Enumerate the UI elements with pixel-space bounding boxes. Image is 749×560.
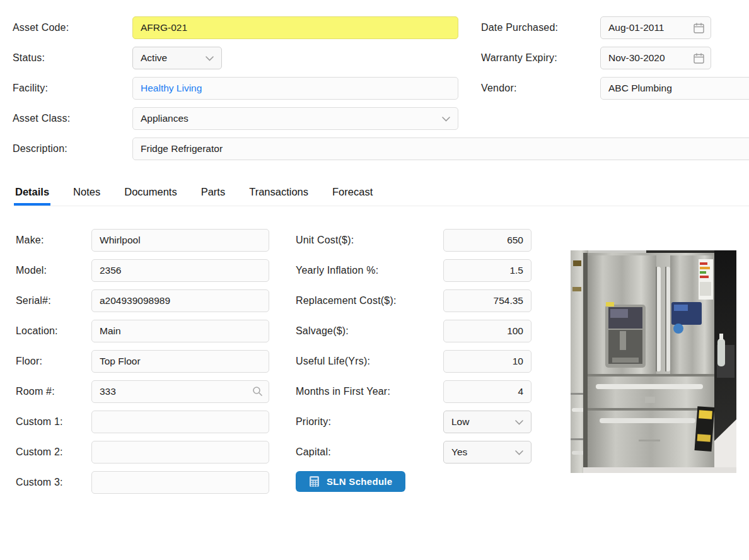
date-purchased-label: Date Purchased: [481, 22, 600, 33]
header-form-right: Date Purchased: Aug-01-2011 Warranty Exp… [481, 16, 749, 107]
room-label: Room #: [16, 386, 91, 397]
facility-link[interactable]: Healthy Living [141, 83, 202, 94]
make-row: Make: [16, 229, 269, 252]
warranty-expiry-row: Warranty Expiry: Nov-30-2020 [481, 47, 749, 69]
date-purchased-field[interactable]: Aug-01-2011 [600, 16, 711, 39]
status-label: Status: [13, 52, 132, 64]
custom3-input[interactable] [91, 471, 269, 494]
tab-forecast[interactable]: Forecast [331, 180, 374, 206]
location-input[interactable] [91, 320, 269, 342]
description-row: Description: [13, 137, 749, 160]
salvage-input[interactable] [443, 320, 531, 342]
details-left-column: Make: Model: Serial#: Location: Floor: R… [16, 229, 269, 501]
yearly-inflation-row: Yearly Inflation %: [296, 259, 531, 282]
room-input-wrap [91, 380, 269, 403]
tab-documents[interactable]: Documents [123, 180, 178, 206]
make-label: Make: [16, 235, 91, 246]
priority-select-value: Low [451, 416, 469, 428]
search-icon[interactable] [252, 386, 263, 397]
replacement-cost-input[interactable] [443, 289, 531, 312]
tab-notes[interactable]: Notes [72, 180, 102, 206]
chevron-down-icon [206, 56, 214, 61]
tab-parts[interactable]: Parts [200, 180, 227, 206]
warranty-expiry-field[interactable]: Nov-30-2020 [600, 47, 711, 69]
model-input[interactable] [91, 259, 269, 282]
asset-class-label: Asset Class: [13, 113, 132, 124]
room-input[interactable] [91, 380, 269, 403]
capital-select[interactable]: Yes [443, 441, 531, 464]
capital-label: Capital: [296, 446, 443, 458]
replacement-cost-row: Replacement Cost($): [296, 289, 531, 312]
date-purchased-row: Date Purchased: Aug-01-2011 [481, 16, 749, 39]
location-row: Location: [16, 320, 269, 342]
months-first-year-label: Months in First Year: [296, 386, 443, 397]
asset-code-input[interactable] [132, 16, 458, 39]
replacement-cost-label: Replacement Cost($): [296, 295, 443, 306]
location-label: Location: [16, 325, 91, 337]
description-label: Description: [13, 143, 132, 155]
status-select[interactable]: Active [132, 47, 222, 69]
months-first-year-row: Months in First Year: [296, 380, 531, 403]
sln-schedule-button-label: SLN Schedule [327, 476, 392, 487]
serial-input[interactable] [91, 289, 269, 312]
months-first-year-input[interactable] [443, 380, 531, 403]
chevron-down-icon [442, 117, 450, 122]
chevron-down-icon [515, 450, 523, 455]
tab-transactions[interactable]: Transactions [248, 180, 310, 206]
useful-life-input[interactable] [443, 350, 531, 373]
unit-cost-input[interactable] [443, 229, 531, 252]
status-select-value: Active [141, 52, 167, 64]
chevron-down-icon [515, 420, 523, 425]
warranty-expiry-value: Nov-30-2020 [608, 52, 665, 64]
yearly-inflation-label: Yearly Inflation %: [296, 265, 443, 276]
warranty-expiry-label: Warranty Expiry: [481, 52, 600, 64]
custom2-row: Custom 2: [16, 441, 269, 464]
custom1-row: Custom 1: [16, 411, 269, 433]
unit-cost-row: Unit Cost($): [296, 229, 531, 252]
capital-row: Capital: Yes [296, 441, 531, 464]
priority-select[interactable]: Low [443, 411, 531, 433]
asset-code-label: Asset Code: [13, 22, 132, 33]
details-middle-column: Unit Cost($): Yearly Inflation %: Replac… [296, 229, 531, 499]
custom2-label: Custom 2: [16, 446, 91, 458]
tab-details[interactable]: Details [14, 180, 50, 206]
model-label: Model: [16, 265, 91, 276]
yearly-inflation-input[interactable] [443, 259, 531, 282]
model-row: Model: [16, 259, 269, 282]
asset-class-select-value: Appliances [141, 113, 189, 124]
facility-field: Healthy Living [132, 77, 458, 100]
calculator-icon [309, 476, 320, 487]
calendar-icon[interactable] [693, 52, 705, 64]
priority-row: Priority: Low [296, 411, 531, 433]
custom1-label: Custom 1: [16, 416, 91, 428]
serial-row: Serial#: [16, 289, 269, 312]
asset-photo [571, 250, 736, 473]
unit-cost-label: Unit Cost($): [296, 235, 443, 246]
make-input[interactable] [91, 229, 269, 252]
floor-row: Floor: [16, 350, 269, 373]
sln-button-row: SLN Schedule [296, 471, 531, 492]
serial-label: Serial#: [16, 295, 91, 306]
asset-class-row: Asset Class: Appliances [13, 107, 749, 130]
custom1-input[interactable] [91, 411, 269, 433]
sln-schedule-button[interactable]: SLN Schedule [296, 471, 405, 492]
asset-class-select[interactable]: Appliances [132, 107, 458, 130]
description-input[interactable] [132, 137, 749, 160]
useful-life-label: Useful Life(Yrs): [296, 356, 443, 367]
floor-label: Floor: [16, 356, 91, 367]
facility-label: Facility: [13, 83, 132, 94]
vendor-row: Vendor: [481, 77, 749, 100]
floor-input[interactable] [91, 350, 269, 373]
room-row: Room #: [16, 380, 269, 403]
tab-bar: Details Notes Documents Parts Transactio… [14, 180, 749, 206]
salvage-row: Salvage($): [296, 320, 531, 342]
custom2-input[interactable] [91, 441, 269, 464]
asset-detail-page: Asset Code: Status: Active Facility: Hea… [0, 0, 749, 560]
capital-select-value: Yes [451, 446, 467, 458]
calendar-icon[interactable] [693, 22, 705, 34]
salvage-label: Salvage($): [296, 325, 443, 337]
custom3-row: Custom 3: [16, 471, 269, 494]
vendor-label: Vendor: [481, 83, 600, 94]
vendor-input[interactable] [600, 77, 749, 100]
priority-label: Priority: [296, 416, 443, 428]
